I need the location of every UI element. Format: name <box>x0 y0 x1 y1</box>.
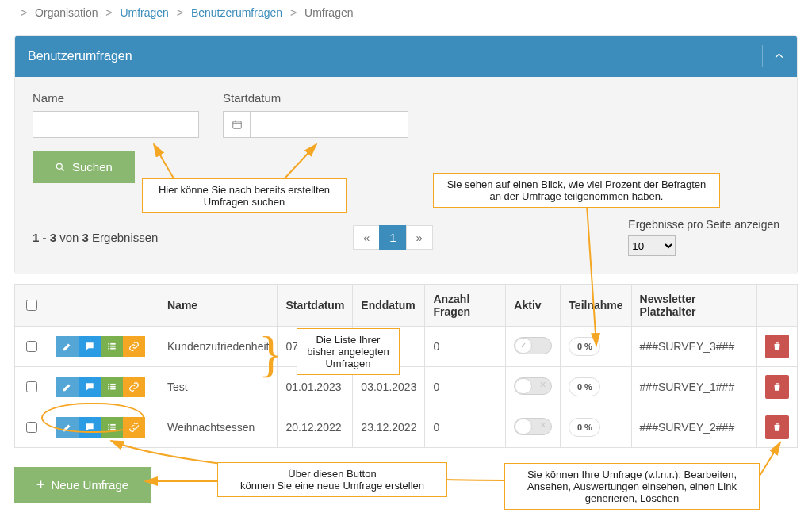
calendar-icon <box>223 111 250 138</box>
svg-rect-25 <box>110 429 115 430</box>
cell-newsletter: ###SURVEY_1### <box>631 367 756 407</box>
chat-icon <box>84 422 95 433</box>
view-button[interactable] <box>79 336 101 357</box>
pagination: « 1 » <box>354 225 433 250</box>
cell-active: ✕ <box>506 407 561 448</box>
row-checkbox[interactable] <box>26 422 37 433</box>
edit-button[interactable] <box>56 417 79 438</box>
callout-survey-list: Die Liste Ihrer bisher angelegten Umfrag… <box>297 328 400 375</box>
participation-badge: 0 % <box>569 337 600 356</box>
svg-rect-19 <box>110 388 115 390</box>
th-participation: Teilnahme <box>561 285 631 327</box>
cell-participation: 0 % <box>561 327 631 367</box>
cell-end: 23.12.2022 <box>353 407 425 448</box>
panel-benutzerumfragen: Benutzerumfragen Name Startdatum <box>14 35 798 274</box>
link-button[interactable] <box>123 336 145 357</box>
page-1[interactable]: 1 <box>379 225 406 250</box>
participation-badge: 0 % <box>569 418 600 437</box>
startdate-label: Startdatum <box>223 91 408 105</box>
view-button[interactable] <box>79 377 101 397</box>
svg-rect-0 <box>232 121 241 128</box>
svg-rect-14 <box>108 384 109 385</box>
crumb-benutzerumfragen[interactable]: Benutzerumfragen <box>191 6 282 19</box>
table-row: Kundenzufriedenheit07.230✓0 %###SURVEY_3… <box>15 327 798 367</box>
edit-button[interactable] <box>56 336 79 357</box>
chevron-up-icon <box>774 51 784 62</box>
cell-count: 0 <box>425 327 506 367</box>
svg-rect-23 <box>110 427 115 428</box>
cell-start: 20.12.2022 <box>278 407 353 448</box>
survey-table: Name Startdatum Enddatum Anzahl Fragen A… <box>14 284 798 448</box>
svg-rect-12 <box>108 348 109 350</box>
panel-collapse-toggle[interactable] <box>762 45 784 67</box>
view-button[interactable] <box>79 417 101 438</box>
svg-rect-13 <box>110 348 115 350</box>
table-row: Test01.01.202303.01.20230✕0 %###SURVEY_1… <box>15 367 798 407</box>
link-icon <box>128 422 140 433</box>
cell-name: Kundenzufriedenheit <box>159 327 278 367</box>
active-toggle[interactable]: ✓ <box>514 337 552 354</box>
search-button[interactable]: Suchen <box>33 151 135 183</box>
th-active: Aktiv <box>506 285 561 327</box>
list-icon <box>106 422 117 433</box>
link-button[interactable] <box>123 417 145 438</box>
cell-newsletter: ###SURVEY_2### <box>631 407 756 448</box>
cell-name: Weihnachtsessen <box>159 407 278 448</box>
row-checkbox[interactable] <box>26 381 37 392</box>
page-next[interactable]: » <box>406 225 433 250</box>
crumb-umfragen[interactable]: Umfragen <box>120 6 168 19</box>
callout-participation: Sie sehen auf einen Blick, wie viel Proz… <box>433 173 720 208</box>
breadcrumb: > Organisation > Umfragen > Benutzerumfr… <box>0 0 812 25</box>
search-icon <box>55 162 66 173</box>
svg-point-4 <box>56 163 62 169</box>
callout-new-button: Über diesen Button können Sie eine neue … <box>217 462 447 497</box>
chat-icon <box>84 381 95 392</box>
pencil-icon <box>62 341 73 352</box>
delete-button[interactable] <box>765 335 789 358</box>
svg-rect-17 <box>110 386 115 388</box>
pencil-icon <box>62 422 73 433</box>
callout-search-hint: Hier könne Sie nach bereits erstellten U… <box>142 178 347 213</box>
name-label: Name <box>33 91 199 105</box>
pencil-icon <box>62 381 73 392</box>
cell-count: 0 <box>425 367 506 407</box>
edit-button[interactable] <box>56 377 79 397</box>
cell-participation: 0 % <box>561 407 631 448</box>
new-survey-button[interactable]: + Neue Umfrage <box>14 467 151 503</box>
svg-rect-21 <box>110 424 115 426</box>
stats-button[interactable] <box>101 417 123 438</box>
name-input[interactable] <box>33 111 199 138</box>
cell-participation: 0 % <box>561 367 631 407</box>
svg-rect-18 <box>108 388 109 390</box>
active-toggle[interactable]: ✕ <box>514 418 552 435</box>
page-prev[interactable]: « <box>353 225 380 250</box>
table-row: Weihnachtsessen20.12.202223.12.20220✕0 %… <box>15 407 798 448</box>
plus-icon: + <box>36 476 45 493</box>
delete-button[interactable] <box>765 375 789 399</box>
participation-badge: 0 % <box>569 377 600 396</box>
list-icon <box>106 341 117 352</box>
startdate-input[interactable] <box>250 111 408 138</box>
link-button[interactable] <box>123 377 145 397</box>
stats-button[interactable] <box>101 377 123 397</box>
crumb-organisation: Organisation <box>35 6 98 19</box>
trash-icon <box>772 422 783 433</box>
cell-active: ✕ <box>506 367 561 407</box>
perpage-label: Ergebnisse pro Seite anzeigen <box>628 218 779 231</box>
chat-icon <box>84 341 95 352</box>
stats-button[interactable] <box>101 336 123 357</box>
callout-row-actions: Sie können Ihre Umfrage (v.l.n.r.): Bear… <box>504 463 760 510</box>
th-end: Enddatum <box>353 285 425 327</box>
select-all-checkbox[interactable] <box>26 300 37 311</box>
cell-count: 0 <box>425 407 506 448</box>
active-toggle[interactable]: ✕ <box>514 377 552 395</box>
perpage-select[interactable]: 10 <box>628 235 676 256</box>
svg-rect-8 <box>108 343 109 345</box>
svg-rect-15 <box>110 384 115 385</box>
th-newsletter: Newsletter Platzhalter <box>631 285 756 327</box>
row-checkbox[interactable] <box>26 341 37 352</box>
results-count: 1 - 3 von 3 Ergebnissen <box>33 231 158 244</box>
th-count: Anzahl Fragen <box>425 285 506 327</box>
delete-button[interactable] <box>765 415 789 439</box>
list-icon <box>106 381 117 392</box>
